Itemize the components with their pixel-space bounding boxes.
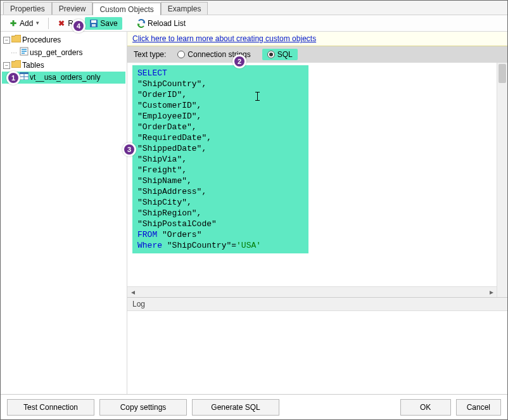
copy-settings-button[interactable]: Copy settings: [99, 399, 187, 416]
tree-node-tables[interactable]: − Tables: [2, 60, 125, 72]
annotation-badge-2: 2: [232, 54, 246, 68]
svg-rect-6: [22, 49, 27, 50]
scroll-left-icon[interactable]: ◂: [127, 287, 138, 298]
radio-icon: [177, 51, 185, 58]
info-bar: Click here to learn more about creating …: [127, 32, 507, 46]
ok-button[interactable]: OK: [400, 399, 451, 416]
collapse-icon[interactable]: −: [3, 62, 10, 69]
folder-icon: [11, 35, 21, 46]
log-panel: Log: [127, 298, 507, 394]
sql-editor[interactable]: SELECT "ShipCountry", "OrderID", "Custom…: [127, 63, 507, 298]
add-button[interactable]: ✚ Add ▼: [4, 17, 44, 30]
footer: Test Connection Copy settings Generate S…: [1, 394, 507, 419]
chevron-down-icon: ▼: [35, 20, 40, 26]
save-button[interactable]: Save: [85, 17, 122, 30]
radio-sql[interactable]: SQL: [262, 49, 298, 60]
vertical-scrollbar[interactable]: [497, 63, 507, 297]
tab-custom-objects[interactable]: Custom Objects: [92, 3, 160, 15]
tree-label: vt__usa_orders_only: [30, 72, 100, 83]
tree-label: usp_get_orders: [30, 48, 82, 58]
text-type-bar: Text type: Connection strings SQL: [127, 46, 507, 63]
text-caret: [257, 92, 258, 101]
horizontal-scrollbar[interactable]: ◂ ▸: [127, 286, 497, 297]
radio-label: SQL: [277, 50, 293, 59]
text-type-label: Text type:: [134, 50, 166, 59]
delete-icon: ✖: [57, 19, 66, 28]
annotation-badge-4: 4: [72, 19, 86, 33]
tree-node-table-item[interactable]: ⋯ vt__usa_orders_only: [2, 72, 125, 84]
scroll-right-icon[interactable]: ▸: [486, 287, 497, 298]
log-header: Log: [127, 298, 507, 311]
tab-examples[interactable]: Examples: [161, 2, 208, 15]
tree-label: Procedures: [22, 35, 61, 46]
annotation-badge-3: 3: [122, 143, 136, 156]
svg-rect-7: [22, 51, 27, 52]
folder-icon: [11, 60, 21, 71]
sql-text[interactable]: SELECT "ShipCountry", "OrderID", "Custom…: [132, 65, 308, 253]
tree-label: Tables: [22, 60, 44, 71]
test-connection-button[interactable]: Test Connection: [7, 399, 94, 416]
generate-sql-button[interactable]: Generate SQL: [192, 399, 279, 416]
svg-rect-1: [91, 20, 96, 23]
plus-icon: ✚: [9, 19, 18, 28]
save-icon: [89, 19, 98, 28]
tab-strip: Properties Preview Custom Objects Exampl…: [1, 1, 507, 15]
save-label: Save: [100, 19, 117, 28]
radio-icon: [267, 51, 275, 58]
svg-rect-8: [22, 53, 25, 54]
reload-label: Reload List: [148, 19, 186, 28]
procedure-icon: [20, 47, 29, 59]
separator: [48, 18, 49, 29]
object-tree: − Procedures ⋯ usp_get_orders −: [1, 32, 127, 394]
tab-properties[interactable]: Properties: [3, 2, 52, 15]
reload-list-button[interactable]: Reload List: [132, 17, 190, 30]
add-label: Add: [20, 19, 33, 28]
cancel-button[interactable]: Cancel: [456, 399, 501, 416]
table-icon: [20, 72, 29, 83]
tree-connector: ⋯: [11, 48, 17, 58]
annotation-badge-1: 1: [6, 71, 20, 85]
reload-icon: [137, 19, 146, 28]
learn-more-link[interactable]: Click here to learn more about creating …: [132, 34, 316, 43]
tree-node-procedure-item[interactable]: ⋯ usp_get_orders: [2, 46, 125, 60]
tree-node-procedures[interactable]: − Procedures: [2, 34, 125, 46]
log-body[interactable]: [127, 311, 507, 394]
tab-preview[interactable]: Preview: [52, 2, 93, 15]
svg-rect-2: [92, 24, 96, 27]
collapse-icon[interactable]: −: [3, 37, 10, 44]
